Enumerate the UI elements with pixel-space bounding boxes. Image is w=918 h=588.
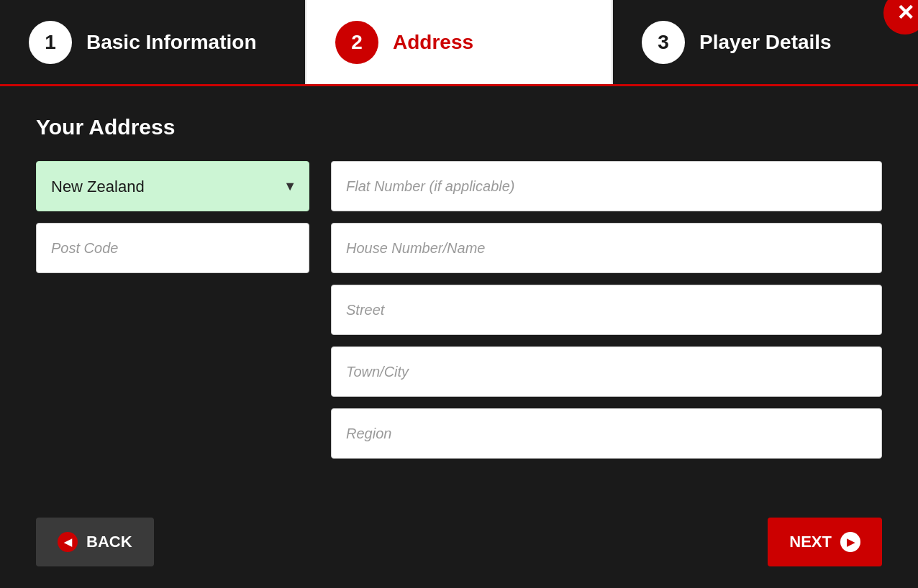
country-select-wrapper: New Zealand Australia United Kingdom Uni… [36,161,309,211]
house-number-input[interactable] [331,223,882,273]
section-title: Your Address [36,115,882,139]
step-1-badge: 1 [29,21,72,64]
main-content: Your Address New Zealand Australia Unite… [0,86,918,588]
form-right [331,161,882,503]
next-arrow-icon: ▶ [840,532,860,552]
back-arrow-icon: ◀ [58,532,78,552]
form-area: New Zealand Australia United Kingdom Uni… [36,161,882,503]
stepper-header: 1 Basic Information 2 Address 3 Player D… [0,0,918,86]
country-select[interactable]: New Zealand Australia United Kingdom Uni… [36,161,309,211]
step-1-label: Basic Information [86,31,256,54]
town-city-input[interactable] [331,346,882,397]
step-3-label: Player Details [699,31,832,54]
step-3-badge: 3 [642,21,685,64]
bottom-nav: ◀ BACK NEXT ▶ [36,503,882,566]
step-1[interactable]: 1 Basic Information [0,0,305,84]
form-left: New Zealand Australia United Kingdom Uni… [36,161,309,503]
step-2-badge: 2 [335,21,378,64]
step-2-label: Address [393,31,473,54]
back-button[interactable]: ◀ BACK [36,518,154,566]
post-code-input[interactable] [36,223,309,273]
step-2[interactable]: 2 Address [305,0,613,84]
next-button[interactable]: NEXT ▶ [768,518,882,566]
region-input[interactable] [331,408,882,459]
flat-number-input[interactable] [331,161,882,211]
street-input[interactable] [331,285,882,335]
step-3[interactable]: 3 Player Details [613,0,918,84]
